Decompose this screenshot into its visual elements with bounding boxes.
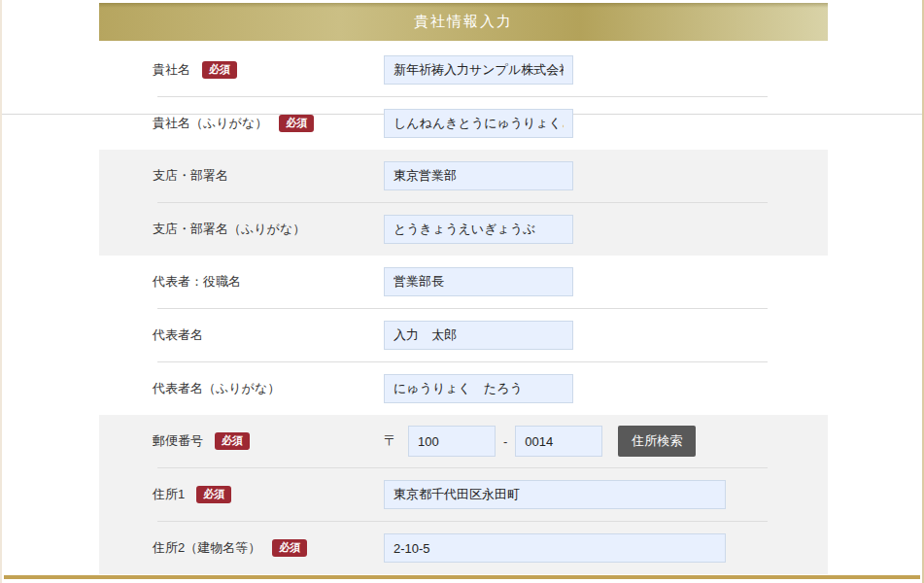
form-section-address: 郵便番号 必須 〒 - 住所検索 住所1 必須 住所2（建物名 [99,415,828,574]
field-label: 郵便番号 [153,432,203,450]
field-label-group: 貴社名（ふりがな） 必須 [153,115,384,132]
postal-code-1-input[interactable] [408,426,496,457]
field-label: 支店・部署名 [153,167,228,185]
field-label: 住所1 [153,486,185,503]
section-title: 貴社情報入力 [414,13,513,31]
form-row-representative-name-furigana: 代表者名（ふりがな） [99,362,828,415]
field-label-group: 代表者名（ふりがな） [153,380,384,397]
form-row-representative-title: 代表者：役職名 [99,256,828,308]
required-badge: 必須 [279,115,314,132]
page: 貴社情報入力 貴社名 必須 貴社名（ふりがな） 必須 [0,0,924,583]
postal-hyphen: - [503,434,507,449]
field-label: 支店・部署名（ふりがな） [153,221,305,238]
page-bottom-border [4,575,920,579]
field-label-group: 代表者：役職名 [153,273,384,291]
representative-name-furigana-input[interactable] [384,374,573,403]
representative-name-input[interactable] [384,321,573,350]
field-label-group: 郵便番号 必須 [153,432,384,450]
form-row-branch-name: 支店・部署名 [99,150,828,202]
section-header: 貴社情報入力 [99,3,828,41]
company-name-furigana-input[interactable] [384,109,573,138]
field-label: 代表者名 [153,326,203,344]
form-section-branch: 支店・部署名 支店・部署名（ふりがな） [99,150,828,256]
address-search-button[interactable]: 住所検索 [618,426,696,457]
required-badge: 必須 [215,432,250,450]
field-label: 貴社名（ふりがな） [153,115,267,132]
form-row-company-name-furigana: 貴社名（ふりがな） 必須 [99,97,828,150]
postal-code-2-input[interactable] [515,426,602,457]
field-label: 住所2（建物名等） [153,539,260,557]
field-label-group: 住所1 必須 [153,486,384,503]
required-badge: 必須 [196,486,231,503]
form-row-representative-name: 代表者名 [99,309,828,361]
form-section-representative: 代表者：役職名 代表者名 代表者名（ふりがな） [99,256,828,415]
form-row-postal-code: 郵便番号 必須 〒 - 住所検索 [99,415,828,467]
company-name-input[interactable] [384,55,573,85]
field-label-group: 住所2（建物名等） 必須 [153,539,384,557]
company-info-form: 貴社情報入力 貴社名 必須 貴社名（ふりがな） 必須 [99,3,828,574]
field-label: 代表者名（ふりがな） [153,380,280,397]
required-badge: 必須 [272,539,307,557]
field-label: 貴社名 [153,61,190,79]
field-label-group: 支店・部署名 [153,167,384,185]
address-1-input[interactable] [384,480,726,509]
form-row-address-2: 住所2（建物名等） 必須 [99,522,828,574]
field-label: 代表者：役職名 [153,273,241,291]
postal-mark: 〒 [384,432,397,450]
branch-name-input[interactable] [384,161,573,190]
field-label-group: 支店・部署名（ふりがな） [153,221,384,238]
address-2-input[interactable] [384,533,726,563]
form-row-address-1: 住所1 必須 [99,468,828,521]
branch-name-furigana-input[interactable] [384,215,573,244]
field-label-group: 貴社名 必須 [153,61,384,79]
form-row-branch-name-furigana: 支店・部署名（ふりがな） [99,203,828,256]
field-label-group: 代表者名 [153,326,384,344]
required-badge: 必須 [202,61,237,79]
representative-title-input[interactable] [384,267,573,296]
form-section-company-name: 貴社名 必須 貴社名（ふりがな） 必須 [99,41,828,150]
form-row-company-name: 貴社名 必須 [99,44,828,96]
